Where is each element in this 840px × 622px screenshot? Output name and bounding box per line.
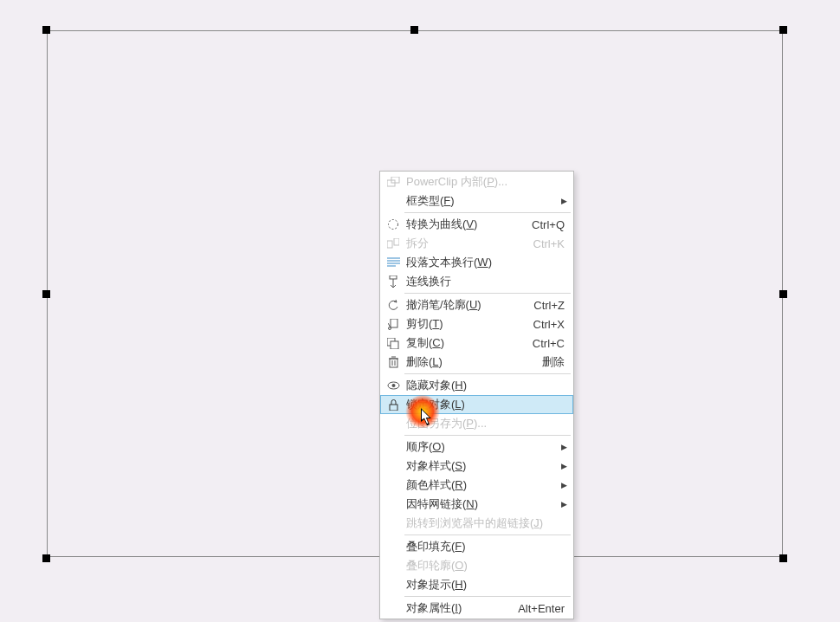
- svg-rect-9: [390, 275, 397, 279]
- lock-icon: [384, 399, 403, 411]
- handle-top-mid[interactable]: [410, 26, 418, 34]
- submenu-arrow-icon: ▶: [559, 481, 568, 489]
- menu-label: 对象属性(I): [403, 600, 518, 616]
- menu-label: 剪切(T): [403, 316, 533, 332]
- undo-icon: [384, 299, 403, 311]
- menu-shortcut: 删除: [542, 354, 568, 370]
- svg-rect-15: [391, 341, 398, 349]
- svg-rect-11: [391, 319, 397, 327]
- menu-label: 顺序(O): [403, 439, 559, 455]
- menu-undo-outline[interactable]: 撤消笔/轮廓(U) Ctrl+Z: [380, 295, 573, 314]
- submenu-arrow-icon: ▶: [559, 462, 568, 470]
- menu-hide-object[interactable]: 隐藏对象(H): [380, 376, 573, 395]
- menu-label: 颜色样式(R): [403, 477, 559, 493]
- curve-icon: [384, 218, 403, 230]
- menu-separator: [404, 293, 571, 294]
- menu-paragraph-wrap[interactable]: 段落文本换行(W): [380, 253, 573, 272]
- submenu-arrow-icon: ▶: [559, 197, 568, 205]
- menu-separator: [404, 596, 571, 597]
- menu-label: 对象样式(S): [403, 458, 559, 474]
- handle-top-left[interactable]: [42, 26, 50, 34]
- menu-shortcut: Ctrl+C: [533, 337, 568, 350]
- eye-icon: [384, 381, 403, 390]
- menu-label: PowerClip 内部(P)...: [403, 174, 568, 190]
- svg-rect-23: [390, 405, 397, 411]
- submenu-arrow-icon: ▶: [559, 443, 568, 451]
- menu-shortcut: Alt+Enter: [518, 602, 568, 615]
- menu-label: 叠印轮廓(O): [403, 558, 568, 573]
- menu-label: 叠印填充(F): [403, 539, 568, 554]
- menu-shortcut: Ctrl+Q: [532, 218, 568, 231]
- menu-label: 框类型(F): [403, 193, 559, 209]
- menu-convert-curves[interactable]: 转换为曲线(V) Ctrl+Q: [380, 215, 573, 234]
- menu-label: 位图另存为(P)...: [403, 416, 568, 431]
- connector-icon: [384, 275, 403, 288]
- menu-label: 拆分: [403, 236, 533, 251]
- menu-separator: [404, 535, 571, 535]
- handle-mid-left[interactable]: [42, 290, 50, 298]
- menu-label: 删除(L): [403, 354, 542, 370]
- menu-delete[interactable]: 删除(L) 删除: [380, 353, 573, 372]
- menu-jump-browser-link: 跳转到浏览器中的超链接(J): [380, 514, 573, 533]
- handle-bottom-right[interactable]: [779, 554, 787, 562]
- menu-shortcut: Ctrl+Z: [533, 299, 568, 312]
- handle-bottom-left[interactable]: [42, 554, 50, 562]
- wrap-icon: [384, 257, 403, 268]
- menu-overprint-fill[interactable]: 叠印填充(F): [380, 537, 573, 556]
- menu-shortcut: Ctrl+K: [533, 237, 568, 250]
- menu-separator: [404, 435, 571, 436]
- cut-icon: [384, 319, 403, 330]
- svg-point-2: [389, 220, 398, 230]
- menu-powerclip: PowerClip 内部(P)...: [380, 172, 573, 191]
- svg-rect-4: [394, 238, 399, 245]
- menu-label: 连线换行: [403, 274, 568, 289]
- trash-icon: [384, 356, 403, 368]
- menu-label: 隐藏对象(H): [403, 378, 568, 393]
- handle-top-right[interactable]: [779, 26, 787, 34]
- menu-label: 因特网链接(N): [403, 496, 559, 512]
- menu-object-hint[interactable]: 对象提示(H): [380, 575, 573, 594]
- context-menu: PowerClip 内部(P)... 框类型(F) ▶ 转换为曲线(V) Ctr…: [379, 171, 574, 619]
- copy-icon: [384, 338, 403, 349]
- powerclip-icon: [384, 177, 403, 188]
- menu-split: 拆分 Ctrl+K: [380, 234, 573, 253]
- menu-connector-wrap[interactable]: 连线换行: [380, 272, 573, 291]
- menu-label: 锁定对象(L): [403, 397, 568, 412]
- menu-order[interactable]: 顺序(O) ▶: [380, 437, 573, 457]
- svg-rect-3: [387, 241, 392, 248]
- menu-label: 对象提示(H): [403, 577, 568, 593]
- menu-save-bitmap: 位图另存为(P)...: [380, 414, 573, 433]
- menu-copy[interactable]: 复制(C) Ctrl+C: [380, 334, 573, 353]
- submenu-arrow-icon: ▶: [559, 500, 568, 509]
- menu-shortcut: Ctrl+X: [533, 318, 568, 331]
- menu-color-style[interactable]: 颜色样式(R) ▶: [380, 476, 573, 495]
- svg-point-22: [391, 384, 395, 387]
- menu-label: 跳转到浏览器中的超链接(J): [403, 515, 568, 531]
- menu-internet-link[interactable]: 因特网链接(N) ▶: [380, 495, 573, 514]
- menu-separator: [404, 373, 571, 374]
- menu-lock-object[interactable]: 锁定对象(L): [380, 395, 573, 414]
- menu-overprint-outline: 叠印轮廓(O): [380, 556, 573, 575]
- menu-object-properties[interactable]: 对象属性(I) Alt+Enter: [380, 599, 573, 618]
- split-icon: [384, 238, 403, 249]
- menu-label: 段落文本换行(W): [403, 255, 568, 270]
- menu-object-style[interactable]: 对象样式(S) ▶: [380, 457, 573, 476]
- menu-label: 转换为曲线(V): [403, 217, 532, 232]
- menu-label: 撤消笔/轮廓(U): [403, 297, 533, 313]
- menu-label: 复制(C): [403, 335, 533, 351]
- menu-frame-type[interactable]: 框类型(F) ▶: [380, 191, 573, 211]
- svg-rect-16: [390, 359, 397, 367]
- menu-separator: [404, 212, 571, 213]
- menu-cut[interactable]: 剪切(T) Ctrl+X: [380, 314, 573, 334]
- handle-mid-right[interactable]: [779, 290, 787, 298]
